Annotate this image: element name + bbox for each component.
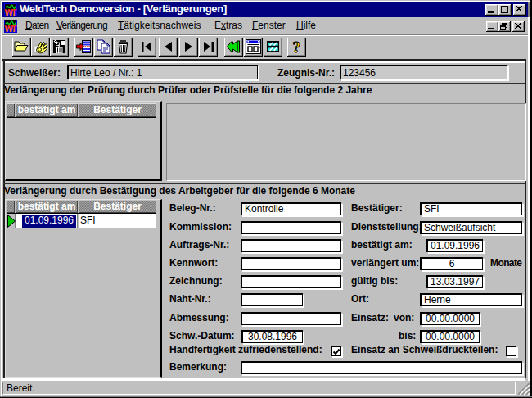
- svg-text:WT: WT: [5, 7, 17, 17]
- svg-text:?: ?: [293, 38, 301, 55]
